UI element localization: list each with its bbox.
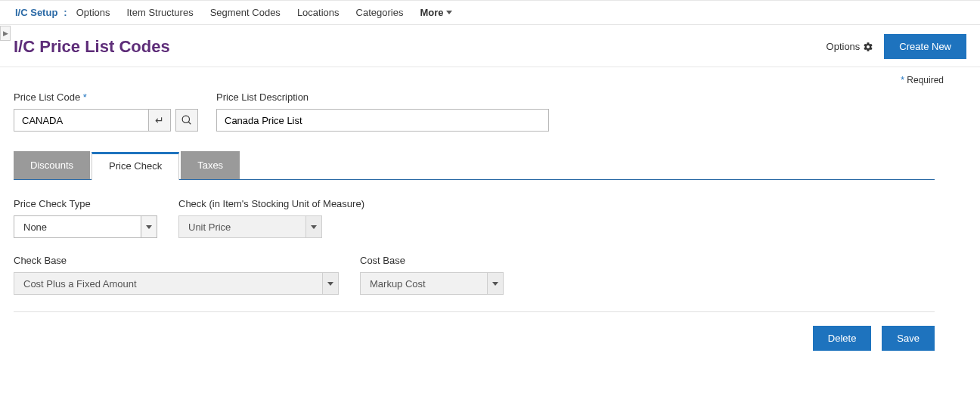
check-uom-select: Unit Price	[178, 215, 364, 238]
tab-discounts[interactable]: Discounts	[14, 151, 90, 179]
nav-more-label: More	[420, 7, 443, 18]
price-check-type-label: Price Check Type	[14, 198, 157, 209]
tab-price-check[interactable]: Price Check	[91, 152, 179, 180]
gear-icon	[863, 42, 873, 52]
price-list-code-label: Price List Code *	[14, 91, 198, 103]
breadcrumb-root[interactable]: I/C Setup	[15, 7, 57, 18]
tab-bar: Discounts Price Check Taxes	[14, 151, 935, 180]
chevron-down-icon	[311, 225, 317, 229]
page-options-label: Options	[826, 41, 861, 52]
check-uom-value: Unit Price	[178, 215, 305, 238]
check-base-label: Check Base	[14, 255, 339, 266]
nav-segment-codes[interactable]: Segment Codes	[210, 7, 281, 18]
delete-button[interactable]: Delete	[813, 326, 872, 351]
price-list-desc-input[interactable]	[216, 109, 549, 132]
chevron-down-icon	[446, 11, 452, 14]
price-check-type-select[interactable]: None	[14, 215, 157, 238]
page-header: I/C Price List Codes Options Create New	[0, 25, 980, 67]
code-lookup-button[interactable]	[175, 109, 198, 132]
price-list-code-label-text: Price List Code	[14, 91, 80, 103]
top-nav: I/C Setup : Options Item Structures Segm…	[0, 0, 980, 25]
required-label: Required	[907, 75, 944, 85]
search-icon	[181, 115, 192, 125]
breadcrumb-separator: :	[64, 7, 67, 18]
price-check-panel: Price Check Type None Check (in Item's S…	[14, 180, 966, 351]
tab-taxes[interactable]: Taxes	[181, 151, 240, 179]
enter-arrow-icon: ↵	[155, 114, 164, 126]
nav-locations[interactable]: Locations	[297, 7, 340, 18]
check-base-select: Cost Plus a Fixed Amount	[14, 272, 339, 295]
cost-base-select: Markup Cost	[360, 272, 504, 295]
save-button[interactable]: Save	[882, 326, 935, 351]
check-uom-label: Check (in Item's Stocking Unit of Measur…	[178, 198, 364, 209]
code-enter-button[interactable]: ↵	[148, 109, 171, 132]
nav-more[interactable]: More	[420, 7, 452, 18]
create-new-button[interactable]: Create New	[884, 34, 966, 59]
cost-base-label: Cost Base	[360, 255, 504, 266]
price-list-code-input[interactable]	[14, 109, 148, 132]
chevron-down-icon	[492, 282, 498, 286]
check-base-value: Cost Plus a Fixed Amount	[14, 272, 322, 295]
price-check-type-value: None	[14, 215, 141, 238]
nav-options[interactable]: Options	[76, 7, 110, 18]
cost-base-value: Markup Cost	[360, 272, 487, 295]
required-note: * Required	[0, 67, 980, 85]
sidebar-expand-handle[interactable]: ▶	[0, 26, 11, 41]
page-options-link[interactable]: Options	[826, 41, 874, 52]
price-list-desc-label: Price List Description	[216, 91, 549, 103]
nav-item-structures[interactable]: Item Structures	[127, 7, 194, 18]
chevron-down-icon	[327, 282, 333, 286]
chevron-down-icon	[146, 225, 152, 229]
nav-categories[interactable]: Categories	[356, 7, 404, 18]
page-title: I/C Price List Codes	[14, 37, 170, 57]
divider	[14, 311, 935, 312]
